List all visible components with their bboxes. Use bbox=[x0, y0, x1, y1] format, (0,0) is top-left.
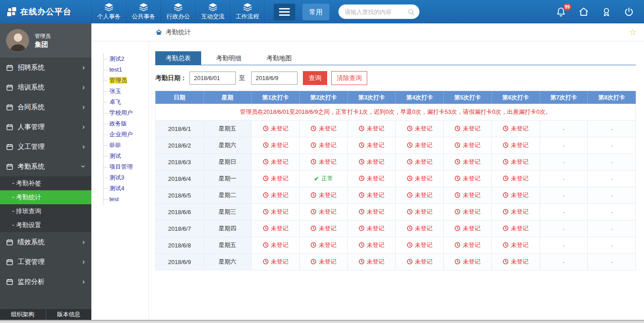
punch-missed: 未登记 bbox=[263, 141, 288, 149]
tree-item[interactable]: 企业用户 bbox=[104, 129, 149, 140]
clock-icon bbox=[407, 259, 413, 265]
notifications-bell-icon[interactable]: 99 bbox=[556, 7, 566, 17]
tree-item[interactable]: 测试 bbox=[104, 151, 149, 162]
sidebar-item[interactable]: 考勤系统› bbox=[0, 157, 91, 176]
sidebar-subitem[interactable]: 考勤补签 bbox=[0, 176, 91, 190]
user-profile[interactable]: 管理员 集团 bbox=[0, 23, 91, 58]
punch-missed: 未登记 bbox=[407, 141, 432, 149]
clock-icon bbox=[503, 175, 509, 181]
punch-status-label: 未登记 bbox=[511, 125, 528, 133]
query-form: 考勤日期： 至 查询 清除查询 bbox=[155, 71, 636, 85]
column-header: 第5次打卡 bbox=[444, 91, 492, 104]
punch-missed: 未登记 bbox=[359, 141, 384, 149]
award-icon[interactable] bbox=[601, 7, 612, 17]
clock-icon bbox=[263, 159, 269, 165]
table-row: 2018/6/6星期三未登记未登记未登记未登记未登记未登记-- bbox=[156, 204, 636, 220]
clear-search-button[interactable]: 清除查询 bbox=[331, 71, 367, 85]
punch-status-label: 未登记 bbox=[271, 241, 288, 249]
version-info-button[interactable]: 版本信息 bbox=[46, 309, 92, 320]
org-structure-button[interactable]: 组织架构 bbox=[0, 309, 45, 320]
punch-missed: 未登记 bbox=[407, 224, 432, 233]
tree-item[interactable]: 政务版 bbox=[104, 118, 149, 129]
sidebar-item[interactable]: 招聘系统› bbox=[0, 58, 91, 77]
clock-icon bbox=[503, 192, 509, 198]
clock-icon bbox=[503, 242, 509, 248]
tab[interactable]: 考勤明细 bbox=[206, 51, 252, 65]
sidebar-subitem[interactable]: 考勤设置 bbox=[0, 218, 91, 232]
top-nav-item[interactable]: 互动交流 bbox=[195, 0, 230, 23]
search-input[interactable] bbox=[345, 9, 407, 15]
tree-item[interactable]: 管理员 bbox=[104, 75, 149, 86]
punch-cell: 未登记 bbox=[300, 254, 348, 270]
tree-item-label: 张玉 bbox=[109, 88, 121, 94]
top-nav-item[interactable]: 公共事务 bbox=[126, 0, 161, 23]
date-cell: 2018/6/4 bbox=[156, 170, 204, 187]
common-button[interactable]: 常用 bbox=[302, 4, 329, 20]
punch-missed: 未登记 bbox=[503, 191, 528, 199]
column-header: 第4次打卡 bbox=[396, 91, 444, 104]
calendar-icon bbox=[6, 124, 13, 130]
sidebar-submenu: 考勤补签考勤统计排班查询考勤设置 bbox=[0, 176, 91, 232]
favorite-star-icon[interactable]: ☆ bbox=[629, 27, 637, 37]
tree-item[interactable]: 测试3 bbox=[104, 172, 149, 183]
punch-missed: 未登记 bbox=[407, 241, 432, 249]
punch-status-label: 未登记 bbox=[511, 224, 528, 233]
top-nav-item[interactable]: 行政办公 bbox=[161, 0, 195, 23]
weekday-cell: 星期二 bbox=[203, 187, 252, 204]
calendar-icon bbox=[6, 104, 13, 111]
date-cell: 2018/6/8 bbox=[156, 237, 204, 254]
punch-missed: 未登记 bbox=[263, 175, 288, 183]
page-title: 考勤统计 bbox=[166, 28, 191, 36]
clock-icon bbox=[503, 225, 509, 231]
punch-cell: - bbox=[588, 121, 636, 137]
tree-item[interactable]: 卓飞 bbox=[104, 97, 149, 108]
column-header: 星期 bbox=[203, 91, 252, 104]
sidebar-item[interactable]: 监控分析› bbox=[0, 272, 91, 292]
punch-cell: 未登记 bbox=[491, 170, 540, 187]
punch-missed: 未登记 bbox=[455, 141, 480, 149]
punch-status-label: 未登记 bbox=[511, 241, 528, 249]
power-icon[interactable] bbox=[624, 7, 634, 17]
search-icon[interactable] bbox=[407, 8, 415, 16]
tree-item[interactable]: test bbox=[104, 194, 149, 205]
tree-item-label: test bbox=[109, 196, 119, 202]
punch-cell: 未登记 bbox=[491, 204, 540, 220]
tree-item[interactable]: 学校用户 bbox=[104, 108, 149, 118]
punch-missed: 未登记 bbox=[263, 125, 288, 133]
punch-missed: 未登记 bbox=[263, 241, 288, 249]
hamburger-menu-button[interactable] bbox=[274, 4, 295, 20]
top-nav-item[interactable]: 工作流程 bbox=[230, 0, 265, 23]
sidebar-item[interactable]: 合同系统› bbox=[0, 97, 91, 117]
tab[interactable]: 考勤地图 bbox=[256, 51, 302, 65]
punch-missed: 未登记 bbox=[359, 175, 384, 183]
top-nav-item[interactable]: 个人事务 bbox=[91, 0, 126, 23]
sidebar-subitem[interactable]: 排班查询 bbox=[0, 204, 91, 218]
punch-cell: 未登记 bbox=[300, 187, 348, 204]
punch-status-label: 未登记 bbox=[511, 191, 528, 199]
home-icon[interactable] bbox=[578, 6, 589, 17]
tree-item[interactable]: test1 bbox=[104, 64, 149, 75]
sidebar-item[interactable]: 人事管理› bbox=[0, 117, 91, 137]
tree-item[interactable]: 测试2 bbox=[104, 54, 149, 64]
tab[interactable]: 考勤总表 bbox=[155, 51, 201, 65]
sidebar-subitem[interactable]: 考勤统计 bbox=[0, 190, 91, 204]
sidebar-menu: 招聘系统›培训系统›合同系统›人事管理›义工管理›考勤系统›考勤补签考勤统计排班… bbox=[0, 58, 91, 308]
punch-cell: - bbox=[540, 237, 588, 254]
sidebar-item[interactable]: 培训系统› bbox=[0, 77, 91, 97]
tree-item[interactable]: 张玉 bbox=[104, 86, 149, 97]
punch-status-label: 未登记 bbox=[271, 141, 288, 149]
search-button[interactable]: 查询 bbox=[303, 71, 327, 85]
calendar-icon bbox=[6, 144, 13, 150]
date-from-input[interactable] bbox=[189, 72, 236, 85]
sidebar-item[interactable]: 义工管理› bbox=[0, 137, 91, 157]
punch-status-label: 未登记 bbox=[463, 158, 480, 166]
sidebar-item[interactable]: 工资管理› bbox=[0, 252, 91, 272]
tree-item[interactable]: 菲菲 bbox=[104, 140, 149, 151]
date-to-input[interactable] bbox=[251, 72, 297, 85]
punch-cell: 未登记 bbox=[396, 121, 444, 137]
sidebar-item[interactable]: 绩效系统› bbox=[0, 232, 91, 252]
tree-item-label: 菲菲 bbox=[109, 142, 121, 148]
punch-status-label: 未登记 bbox=[415, 141, 432, 149]
tree-item[interactable]: 测试4 bbox=[104, 183, 149, 194]
tree-item[interactable]: 项目管理 bbox=[104, 162, 149, 172]
